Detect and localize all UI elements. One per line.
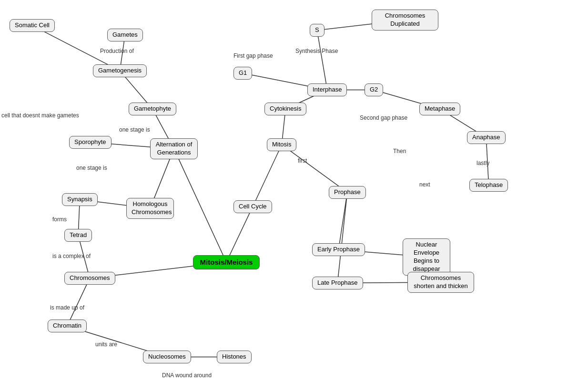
label-then: Then: [393, 148, 406, 155]
svg-line-22: [282, 145, 347, 192]
node-chromosomes_shorten[interactable]: Chromosomes shorten and thicken: [407, 272, 474, 293]
node-interphase[interactable]: Interphase: [307, 83, 347, 96]
svg-line-15: [253, 145, 282, 206]
node-telophase[interactable]: Telophase: [469, 179, 508, 192]
label-one_stage_is_gametophyte: one stage is: [119, 126, 150, 133]
node-homologous_chromosomes[interactable]: Homologous Chromosomes: [126, 198, 174, 219]
node-gametogenesis[interactable]: Gametogenesis: [93, 64, 147, 77]
node-nuclear_envelope[interactable]: Nuclear Envelope Begins to disappear: [403, 238, 450, 276]
node-mitosis_meiosis[interactable]: Mitosis/Meiosis: [193, 255, 260, 269]
svg-line-19: [317, 30, 327, 90]
label-units_are: units are: [95, 341, 117, 348]
node-mitosis[interactable]: Mitosis: [267, 138, 296, 151]
node-nucleosomes[interactable]: Nucleosomes: [143, 351, 191, 363]
label-cell_that_doesnt: cell that doesnt make gametes: [1, 112, 79, 119]
svg-line-13: [226, 206, 253, 262]
node-chromosomes_duplicated[interactable]: Chromosomes Duplicated: [372, 10, 438, 31]
label-second_gap_phase: Second gap phase: [360, 114, 407, 121]
label-first_gap_phase: First gap phase: [233, 52, 273, 59]
label-production_of: Production of: [100, 48, 134, 54]
node-histones[interactable]: Histones: [217, 351, 252, 363]
node-tetrad[interactable]: Tetrad: [64, 229, 92, 242]
node-synapsis[interactable]: Synapsis: [62, 193, 98, 206]
svg-line-23: [338, 192, 347, 249]
svg-line-9: [67, 278, 90, 326]
node-anaphase[interactable]: Anaphase: [467, 131, 506, 144]
node-metaphase[interactable]: Metaphase: [419, 103, 460, 115]
label-synthesis_phase: Synthesis Phase: [295, 48, 338, 54]
node-gametophyte[interactable]: Gametophyte: [129, 103, 176, 115]
node-sporophyte[interactable]: Sporophyte: [69, 136, 112, 149]
node-s[interactable]: S: [310, 24, 324, 37]
node-g1[interactable]: G1: [233, 67, 252, 80]
svg-line-12: [174, 149, 226, 262]
label-lastly: lastly: [476, 160, 489, 166]
label-forms: forms: [52, 216, 67, 223]
node-late_prophase[interactable]: Late Prophase: [312, 277, 363, 289]
node-prophase[interactable]: Prophase: [329, 186, 366, 199]
node-gametes[interactable]: Gametes: [107, 29, 143, 41]
node-alternation_of_generations[interactable]: Alternation of Generations: [150, 138, 198, 159]
node-cytokinesis[interactable]: Cytokinesis: [264, 103, 306, 115]
label-is_made_up_of: is made up of: [50, 304, 84, 311]
node-g2[interactable]: G2: [365, 83, 383, 96]
label-is_a_complex_of: is a complex of: [52, 253, 91, 259]
label-next: next: [419, 181, 430, 188]
label-one_stage_is_sporophyte: one stage is: [76, 165, 107, 171]
node-chromosomes[interactable]: Chromosomes: [64, 272, 115, 285]
node-somatic_cell[interactable]: Somatic Cell: [10, 19, 55, 32]
node-chromatin[interactable]: Chromatin: [48, 320, 87, 332]
node-cell_cycle[interactable]: Cell Cycle: [233, 200, 272, 213]
label-first: first: [298, 157, 307, 164]
node-early_prophase[interactable]: Early Prophase: [312, 243, 365, 256]
label-dna_wound_around: DNA wound around: [162, 372, 212, 379]
svg-line-24: [337, 192, 347, 283]
